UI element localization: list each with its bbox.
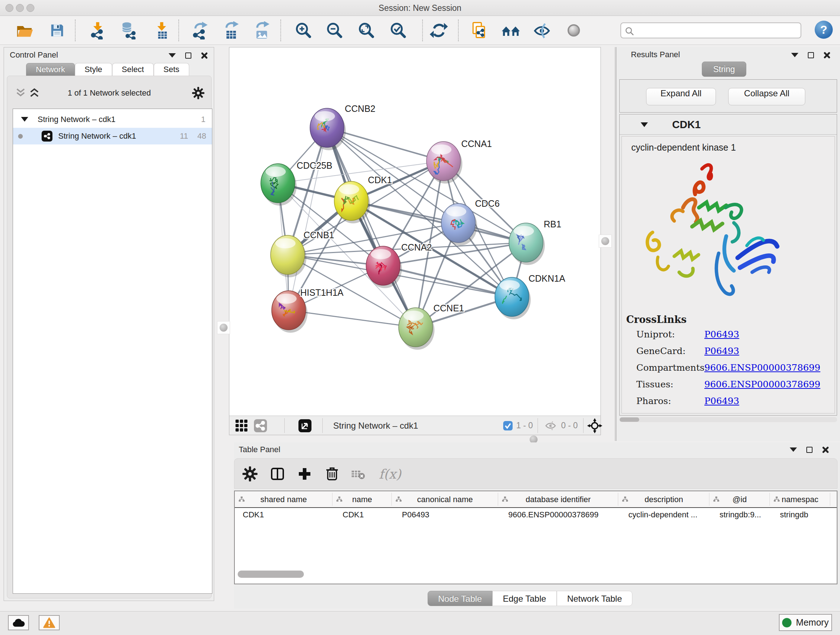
- left-splitter-handle[interactable]: [217, 321, 230, 334]
- birdseye-grid-icon[interactable]: [235, 419, 249, 432]
- network-node-CCNA2[interactable]: [366, 246, 402, 288]
- zoom-selected-button[interactable]: [388, 20, 409, 41]
- network-collection-row[interactable]: String Network – cdk1 1: [13, 111, 212, 128]
- refresh-view-button[interactable]: [429, 20, 449, 41]
- first-neighbors-button[interactable]: [501, 20, 521, 41]
- table-cell[interactable]: 9606.ENSP00000378699: [508, 510, 617, 524]
- column-header-3[interactable]: database identifier: [498, 491, 618, 507]
- network-selection-status: 1 of 1 Network selected: [7, 88, 211, 98]
- crosslink-link[interactable]: P06493: [704, 346, 739, 356]
- search-field[interactable]: [621, 22, 801, 38]
- zoom-out-button[interactable]: [325, 20, 345, 41]
- function-builder-button[interactable]: f(x): [376, 464, 404, 484]
- maximize-panel-button[interactable]: [808, 52, 814, 58]
- clone-network-button[interactable]: [469, 20, 489, 41]
- network-edge[interactable]: [289, 310, 416, 327]
- column-header-4[interactable]: description: [618, 491, 709, 507]
- right-splitter-handle[interactable]: [599, 234, 612, 248]
- network-canvas[interactable]: CCNB2CCNA1CDC25BCDK1CDC6RB1CCNB1CCNA2CDK…: [229, 48, 600, 415]
- save-session-button[interactable]: [47, 20, 67, 41]
- maximize-panel-button[interactable]: [806, 447, 813, 453]
- tab-style[interactable]: Style: [75, 63, 112, 76]
- delete-table-button[interactable]: [348, 464, 369, 484]
- table-cell[interactable]: cyclin-dependent ...: [628, 510, 709, 524]
- create-column-button[interactable]: [294, 464, 315, 484]
- open-session-button[interactable]: [14, 20, 35, 41]
- tab-sets[interactable]: Sets: [154, 63, 189, 76]
- column-header-6[interactable]: namespac: [770, 491, 830, 507]
- close-panel-button[interactable]: [823, 51, 831, 59]
- close-panel-button[interactable]: [201, 52, 208, 59]
- column-header-5[interactable]: @id: [709, 491, 770, 507]
- table-horizontal-scrollbar[interactable]: [238, 570, 304, 578]
- crosslink-link[interactable]: P06493: [704, 329, 739, 340]
- column-header-2[interactable]: canonical name: [392, 491, 498, 507]
- tab-network[interactable]: Network: [26, 63, 75, 76]
- import-table-button[interactable]: [152, 20, 172, 41]
- float-panel-button[interactable]: [790, 448, 797, 452]
- column-header-0[interactable]: shared name: [235, 491, 332, 507]
- search-input[interactable]: [637, 24, 799, 37]
- collapse-all-button[interactable]: Collapse All: [728, 88, 805, 105]
- toolbar-separator: [178, 19, 179, 41]
- zoom-fit-button[interactable]: [356, 20, 377, 41]
- export-image-button[interactable]: [251, 20, 272, 41]
- gear-icon[interactable]: [192, 87, 205, 100]
- table-cell[interactable]: CDK1: [243, 510, 330, 524]
- network-node-CCNB2[interactable]: [310, 108, 346, 150]
- network-edge[interactable]: [351, 201, 526, 242]
- open-in-window-icon[interactable]: [298, 419, 312, 432]
- network-node-RB1[interactable]: [509, 223, 545, 265]
- import-network-database-button[interactable]: [118, 20, 139, 41]
- tab-edge-table[interactable]: Edge Table: [493, 591, 557, 606]
- expand-all-button[interactable]: Expand All: [646, 88, 716, 105]
- network-manager-box: 1 of 1 Network selected String Networ: [7, 76, 212, 599]
- results-horizontal-scrollbar[interactable]: [619, 417, 837, 422]
- network-node-CCNE1[interactable]: [399, 308, 434, 350]
- table-cell[interactable]: stringdb:9...: [720, 510, 769, 524]
- hide-selected-button[interactable]: [532, 20, 552, 41]
- network-node-CDC6[interactable]: [441, 203, 477, 245]
- float-panel-button[interactable]: [791, 53, 798, 57]
- table-cell[interactable]: CDK1: [343, 510, 391, 524]
- network-edge[interactable]: [289, 128, 327, 310]
- close-panel-button[interactable]: [822, 446, 829, 453]
- maximize-panel-button[interactable]: [185, 52, 191, 59]
- import-network-file-button[interactable]: [88, 20, 108, 41]
- table-settings-button[interactable]: [240, 464, 260, 484]
- network-node-CDC25B[interactable]: [261, 164, 297, 206]
- crosslink-link[interactable]: 9606.ENSP00000378699: [704, 379, 821, 390]
- table-cell[interactable]: P06493: [402, 510, 497, 524]
- show-hidden-button[interactable]: [564, 20, 584, 41]
- crosslink-link[interactable]: P06493: [704, 396, 739, 406]
- network-node-CDKN1A[interactable]: [495, 277, 531, 319]
- network-badge-icon[interactable]: [254, 419, 267, 432]
- delete-column-button[interactable]: [322, 464, 342, 484]
- crosshair-move-icon[interactable]: [587, 418, 602, 433]
- tab-node-table[interactable]: Node Table: [428, 591, 493, 606]
- memory-indicator[interactable]: Memory: [779, 614, 832, 631]
- tab-network-table[interactable]: Network Table: [557, 591, 633, 606]
- memory-label: Memory: [796, 617, 829, 628]
- selected-checkbox-icon[interactable]: [503, 421, 513, 431]
- network-row-selected[interactable]: String Network – cdk1 11 48: [13, 128, 212, 144]
- warnings-button[interactable]: [39, 615, 60, 630]
- tree-expander-icon[interactable]: [21, 117, 28, 122]
- gene-description: cyclin-dependent kinase 1: [631, 142, 736, 153]
- network-node-CDK1[interactable]: [334, 181, 370, 223]
- export-table-button[interactable]: [221, 20, 241, 41]
- tab-select[interactable]: Select: [112, 63, 154, 76]
- zoom-in-button[interactable]: [294, 20, 314, 41]
- gene-expander-icon[interactable]: [641, 122, 648, 127]
- tab-string[interactable]: String: [702, 62, 746, 77]
- float-panel-button[interactable]: [169, 53, 176, 57]
- cloud-status-button[interactable]: [8, 615, 29, 630]
- help-button[interactable]: ?: [815, 21, 833, 39]
- table-cell[interactable]: stringdb: [780, 510, 829, 524]
- gene-card-header[interactable]: CDK1: [620, 114, 837, 135]
- show-columns-button[interactable]: [267, 464, 287, 484]
- network-node-CCNA1[interactable]: [426, 141, 462, 184]
- crosslink-link[interactable]: 9606.ENSP00000378699: [704, 363, 821, 373]
- column-header-1[interactable]: name: [332, 491, 392, 507]
- export-network-button[interactable]: [189, 20, 210, 41]
